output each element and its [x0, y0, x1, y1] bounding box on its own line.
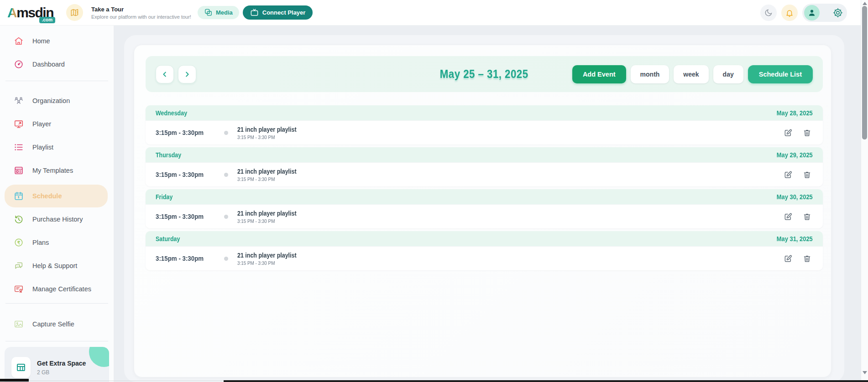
notifications-button[interactable] [781, 5, 798, 21]
event-subtime: 3:15 PM - 3:30 PM [237, 260, 306, 266]
sidebar-item-player[interactable]: Player [0, 115, 114, 133]
edit-event-button[interactable] [782, 253, 794, 264]
event-row[interactable]: 3:15pm - 3:30pm 21 inch player playlist … [146, 162, 823, 186]
map-tour-icon: ? [70, 8, 80, 18]
day-group-friday: Friday May 30, 2025 3:15pm - 3:30pm 21 i… [146, 189, 823, 228]
trash-icon [802, 170, 812, 180]
trash-icon [802, 128, 812, 138]
vertical-scrollbar-thumb[interactable] [862, 6, 867, 139]
sidebar: Home Dashboard Organization Player Playl… [0, 26, 114, 382]
media-button[interactable]: Media [198, 6, 239, 19]
event-subtime: 3:15 PM - 3:30 PM [237, 218, 306, 224]
sidebar-item-help-support[interactable]: Help & Support [0, 257, 114, 275]
event-status-dot [224, 173, 228, 177]
sidebar-item-plans[interactable]: ₹ Plans [0, 233, 114, 252]
day-header: Saturday May 31, 2025 [146, 231, 823, 246]
day-date: May 29, 2025 [777, 151, 813, 159]
event-title: 21 inch player playlist [237, 252, 306, 259]
event-time-range: 3:15pm - 3:30pm [156, 170, 224, 179]
connect-player-button[interactable]: Connect Player [243, 5, 313, 20]
previous-week-button[interactable] [156, 65, 174, 83]
player-icon [14, 119, 24, 129]
sidebar-item-label: My Templates [32, 167, 73, 174]
extra-space-amount: 2 GB [37, 369, 86, 376]
delete-event-button[interactable] [801, 211, 813, 222]
dark-mode-toggle[interactable] [760, 5, 777, 21]
add-event-button[interactable]: Add Event [572, 65, 626, 83]
event-row[interactable]: 3:15pm - 3:30pm 21 inch player playlist … [146, 120, 823, 145]
delete-event-button[interactable] [801, 253, 813, 264]
purchase-history-icon [14, 214, 24, 224]
day-date: May 28, 2025 [777, 109, 813, 117]
sidebar-item-my-templates[interactable]: My Templates [0, 161, 114, 180]
event-details: 21 inch player playlist 3:15 PM - 3:30 P… [237, 168, 306, 182]
sidebar-item-dashboard[interactable]: Dashboard [0, 55, 114, 73]
profile-avatar-button[interactable] [804, 5, 820, 21]
sidebar-item-schedule[interactable]: Schedule [5, 185, 108, 207]
edit-event-button[interactable] [782, 211, 794, 222]
event-time-range: 3:15pm - 3:30pm [156, 254, 224, 263]
delete-event-button[interactable] [801, 127, 813, 139]
schedule-header: May 25 – 31, 2025 Add Event month week d… [146, 56, 823, 92]
horizontal-scrollbar-thumb-left[interactable] [0, 379, 29, 382]
sidebar-item-label: Manage Certificates [32, 285, 91, 293]
sidebar-item-label: Help & Support [32, 262, 77, 269]
event-actions [782, 169, 813, 181]
edit-icon [783, 254, 793, 263]
event-details: 21 inch player playlist 3:15 PM - 3:30 P… [237, 252, 306, 266]
week-navigation [156, 65, 196, 83]
edit-event-button[interactable] [782, 127, 794, 139]
event-actions [782, 253, 813, 264]
gear-icon[interactable] [832, 7, 843, 18]
schedule-calendar-icon [14, 191, 24, 201]
trash-icon [802, 212, 812, 222]
event-row[interactable]: 3:15pm - 3:30pm 21 inch player playlist … [146, 204, 823, 228]
event-row[interactable]: 3:15pm - 3:30pm 21 inch player playlist … [146, 246, 823, 270]
next-week-button[interactable] [178, 65, 196, 83]
schedule-list-button[interactable]: Schedule List [748, 65, 813, 83]
sidebar-item-manage-certificates[interactable]: Manage Certificates [0, 280, 114, 298]
vertical-scrollbar[interactable] [861, 0, 868, 382]
horizontal-scrollbar-thumb-right[interactable] [224, 380, 868, 382]
sidebar-item-label: Plans [32, 239, 49, 246]
event-subtime: 3:15 PM - 3:30 PM [237, 176, 306, 182]
view-month-button[interactable]: month [631, 65, 669, 83]
day-group-thursday: Thursday May 29, 2025 3:15pm - 3:30pm 21… [146, 147, 823, 186]
day-name: Thursday [156, 151, 181, 159]
organization-icon [14, 96, 24, 106]
chevron-left-icon [161, 70, 169, 78]
app-logo[interactable]: Amsdin .com [7, 6, 53, 20]
get-extra-space-card[interactable]: Get Extra Space 2 GB [5, 347, 109, 382]
home-icon [14, 36, 24, 46]
day-group-wednesday: Wednesday May 28, 2025 3:15pm - 3:30pm 2… [146, 105, 823, 145]
sidebar-item-organization[interactable]: Organization [0, 92, 114, 110]
view-day-button[interactable]: day [713, 65, 743, 83]
day-header: Wednesday May 28, 2025 [146, 105, 823, 120]
event-title: 21 inch player playlist [237, 168, 306, 175]
view-week-button[interactable]: week [674, 65, 708, 83]
sidebar-item-purchase-history[interactable]: Purchase History [0, 210, 114, 228]
day-header: Thursday May 29, 2025 [146, 147, 823, 162]
extra-space-text: Get Extra Space 2 GB [37, 360, 86, 376]
extra-space-iconbox [11, 357, 31, 378]
edit-event-button[interactable] [782, 169, 794, 181]
edit-icon [783, 212, 793, 222]
sidebar-item-playlist[interactable]: Playlist [0, 138, 114, 156]
bell-icon [785, 8, 794, 17]
tour-title: Take a Tour [91, 6, 191, 13]
scroll-down-arrow[interactable] [863, 371, 867, 374]
sidebar-item-home[interactable]: Home [0, 32, 114, 50]
day-header: Friday May 30, 2025 [146, 189, 823, 204]
logo-com-badge: .com [39, 17, 55, 23]
delete-event-button[interactable] [801, 169, 813, 181]
profile-settings-pill [802, 4, 847, 22]
sidebar-item-capture-selfie[interactable]: Capture Selfie [0, 315, 114, 333]
scroll-up-arrow[interactable] [863, 2, 867, 5]
event-time-range: 3:15pm - 3:30pm [156, 129, 224, 137]
day-list: Wednesday May 28, 2025 3:15pm - 3:30pm 2… [146, 105, 823, 270]
sidebar-item-label: Player [32, 120, 51, 128]
sidebar-item-label: Playlist [32, 144, 53, 151]
day-date: May 31, 2025 [777, 235, 813, 243]
take-a-tour-button[interactable]: ? [66, 4, 83, 21]
teal-corner-decoration [89, 347, 109, 367]
